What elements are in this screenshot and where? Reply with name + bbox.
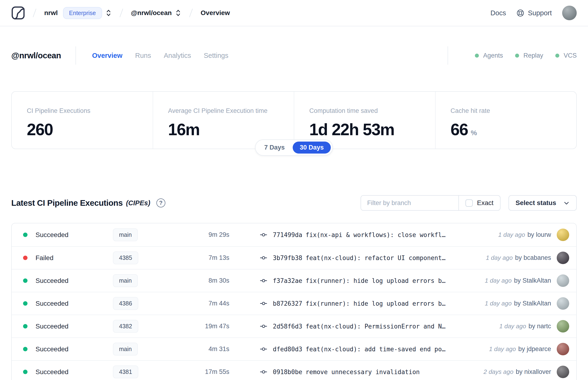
commit-text[interactable]: f37a32aefix(runner): hide log upload err… xyxy=(273,277,445,284)
status-label: Succeeded xyxy=(36,323,68,330)
service-label: VCS xyxy=(564,52,577,59)
nx-cloud-logo[interactable] xyxy=(11,6,25,20)
stat-card-cipe-count: CI Pipeline Executions 260 xyxy=(12,92,153,149)
support-link[interactable]: Support xyxy=(516,9,552,17)
workspace-switcher-button[interactable] xyxy=(175,9,181,17)
commit-text[interactable]: 771499dafix(nx-api & workflows): close w… xyxy=(273,231,445,238)
tab-runs[interactable]: Runs xyxy=(135,52,151,59)
branch-filter-input[interactable] xyxy=(361,196,458,210)
table-row[interactable]: Succeeded 4386 7m 44s b8726327fix(runner… xyxy=(12,292,576,315)
commit-message: fix(runner): hide log upload errors b… xyxy=(305,277,445,284)
percent-suffix: % xyxy=(471,129,477,137)
git-commit-icon xyxy=(260,277,267,284)
chevron-down-icon xyxy=(563,200,570,206)
user-avatar[interactable] xyxy=(562,6,577,20)
status-filter-select[interactable]: Select status xyxy=(509,195,577,211)
branch-badge[interactable]: main xyxy=(113,342,138,356)
commit-hash: 0918b0be xyxy=(273,368,302,376)
chevron-up-down-icon xyxy=(105,9,112,17)
branch-badge[interactable]: 4382 xyxy=(113,320,138,333)
commit-text[interactable]: 3b79fb38feat(nx-cloud): refactor UI comp… xyxy=(273,254,445,262)
table-row[interactable]: Succeeded 4381 17m 55s 0918b0beremove un… xyxy=(12,360,576,380)
table-row[interactable]: Succeeded main 8m 30s f37a32aefix(runner… xyxy=(12,269,576,292)
stat-value: 16m xyxy=(168,120,294,139)
table-row[interactable]: Succeeded main 9m 29s 771499dafix(nx-api… xyxy=(12,223,576,246)
table-row[interactable]: Succeeded main 4m 31s dfed80d3feat(nx-cl… xyxy=(12,338,576,360)
stats-row: CI Pipeline Executions 260 Average CI Pi… xyxy=(11,91,577,149)
breadcrumb-page: Overview xyxy=(201,9,230,17)
tab-settings[interactable]: Settings xyxy=(204,52,228,59)
stat-value: 1d 22h 53m xyxy=(309,120,435,139)
commit-hash: b8726327 xyxy=(273,300,302,307)
page-title: @nrwl/ocean xyxy=(11,51,61,60)
plan-badge: Enterprise xyxy=(63,7,102,19)
status-dot xyxy=(23,256,28,260)
commit-message: fix(runner): hide log upload errors b… xyxy=(305,300,445,307)
green-status-dot xyxy=(515,54,519,57)
commit-message: feat(nx-cloud): add time-saved end po… xyxy=(305,346,445,353)
cipes-title-suffix: (CIPEs) xyxy=(126,199,150,207)
commit-text[interactable]: b8726327fix(runner): hide log upload err… xyxy=(273,300,445,307)
green-status-dot xyxy=(475,54,479,57)
range-7-days[interactable]: 7 Days xyxy=(257,142,292,153)
time-ago: 1 day ago xyxy=(489,345,516,353)
commit-message: fix(nx-api & workflows): close workfl… xyxy=(305,231,445,238)
time-ago: 1 day ago xyxy=(499,323,526,330)
duration: 8m 30s xyxy=(174,277,229,284)
range-30-days[interactable]: 30 Days xyxy=(293,142,331,153)
duration: 19m 47s xyxy=(174,323,229,330)
time-ago: 1 day ago xyxy=(485,277,512,284)
duration: 17m 55s xyxy=(174,368,229,376)
top-navbar: nrwl Enterprise @nrwl/ocean Overview Doc… xyxy=(0,0,588,26)
workspace-name[interactable]: @nrwl/ocean xyxy=(131,9,172,17)
exact-label: Exact xyxy=(477,199,493,207)
commit-hash: 2d58f6d3 xyxy=(273,323,302,330)
branch-badge[interactable]: 4386 xyxy=(113,297,138,310)
commit-hash: dfed80d3 xyxy=(273,346,302,353)
author-avatar xyxy=(557,366,569,378)
status-label: Succeeded xyxy=(36,300,68,307)
workspace-tabs: Overview Runs Analytics Settings xyxy=(92,52,228,59)
commit-text[interactable]: dfed80d3feat(nx-cloud): add time-saved e… xyxy=(273,346,445,353)
tab-overview[interactable]: Overview xyxy=(92,52,122,59)
status-dot xyxy=(23,278,28,283)
tab-analytics[interactable]: Analytics xyxy=(164,52,191,59)
service-status-agents: Agents xyxy=(475,52,503,59)
org-name[interactable]: nrwl xyxy=(44,9,58,17)
time-ago: 1 day ago xyxy=(486,254,513,262)
nx-cloud-logo-icon xyxy=(11,6,25,20)
chevron-up-down-icon xyxy=(175,9,181,17)
docs-link[interactable]: Docs xyxy=(490,9,506,17)
commit-text[interactable]: 2d58f6d3feat(nx-cloud): PermissionError … xyxy=(273,323,445,330)
author: by lourw xyxy=(527,231,551,238)
help-icon[interactable]: ? xyxy=(156,198,165,208)
author-avatar xyxy=(557,320,569,333)
duration: 9m 29s xyxy=(174,231,229,238)
commit-hash: 3b79fb38 xyxy=(273,254,302,262)
exact-checkbox[interactable] xyxy=(465,199,473,207)
git-commit-icon xyxy=(260,300,267,307)
branch-badge[interactable]: 4385 xyxy=(113,251,138,264)
table-row[interactable]: Succeeded 4382 19m 47s 2d58f6d3feat(nx-c… xyxy=(12,315,576,338)
author: by nixallover xyxy=(516,368,551,376)
divider xyxy=(76,46,76,65)
stat-value: 260 xyxy=(27,120,153,139)
branch-badge[interactable]: 4381 xyxy=(113,365,138,378)
author: by nartc xyxy=(529,323,551,330)
status-dot xyxy=(23,370,28,374)
branch-badge[interactable]: main xyxy=(113,274,138,287)
commit-message: feat(nx-cloud): refactor UI component… xyxy=(305,254,445,262)
status-dot xyxy=(23,324,28,328)
commit-text[interactable]: 0918b0beremove unnecessary invalidation xyxy=(273,368,420,376)
cipes-section-header: Latest CI Pipeline Executions (CIPEs) ? … xyxy=(11,195,577,211)
service-status-replay: Replay xyxy=(515,52,543,59)
author-avatar xyxy=(557,228,569,241)
branch-badge[interactable]: main xyxy=(113,228,138,241)
author-avatar xyxy=(557,252,569,264)
commit-message: remove unnecessary invalidation xyxy=(305,368,420,376)
status-label: Succeeded xyxy=(36,345,68,353)
status-label: Succeeded xyxy=(36,231,68,239)
table-row[interactable]: Failed 4385 7m 13s 3b79fb38feat(nx-cloud… xyxy=(12,246,576,269)
org-switcher-button[interactable] xyxy=(105,9,112,17)
git-commit-icon xyxy=(260,345,267,353)
